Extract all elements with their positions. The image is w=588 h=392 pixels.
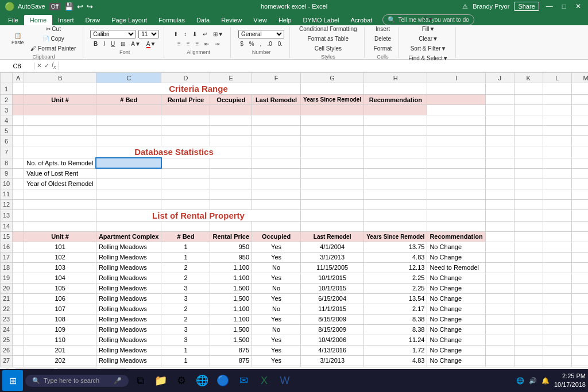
cell-a1[interactable] [13,83,24,95]
insert-cells-button[interactable]: Insert [373,25,392,33]
microphone-icon[interactable]: 🎤 [114,377,122,385]
cell-h1[interactable] [364,83,427,95]
cell-f2[interactable]: Last Remodel [252,95,301,105]
tab-acrobat[interactable]: Acrobat [345,15,378,25]
indent-increase-button[interactable]: ⇥ [212,40,222,48]
merge-button[interactable]: ⊞▼ [211,30,226,38]
table-format-button[interactable]: Format as Table [305,34,351,43]
tab-view[interactable]: View [247,15,273,25]
taskbar-edge[interactable]: 🌐 [193,371,211,390]
col-header-h[interactable]: H [364,73,427,83]
number-format-select[interactable]: General [238,30,284,38]
cancel-formula-icon[interactable]: ✕ [37,62,42,69]
cell-f3[interactable] [252,105,301,115]
taskbar-mail[interactable]: ✉ [234,371,253,390]
align-center-button[interactable]: ≡ [184,40,192,48]
cell-i15[interactable]: Recommendation [427,231,485,242]
underline-button[interactable]: U [109,40,117,48]
col-header-d[interactable]: D [161,73,210,83]
cell-b10[interactable]: Year of Oldest Remodel [24,178,96,189]
insert-function-icon[interactable]: fx [52,61,56,70]
col-header-a[interactable]: A [13,73,24,83]
bold-button[interactable]: B [91,40,100,48]
taskbar-word[interactable]: W [276,371,294,390]
autosum-button[interactable]: Σ▼ [421,15,435,24]
windows-start-button[interactable]: ⊞ [2,370,23,391]
cell-c15[interactable]: Apartment Complex [96,231,161,242]
align-middle-button[interactable]: ↕ [181,30,189,38]
share-button[interactable]: Share [514,2,539,11]
find-select-button[interactable]: Find & Select▼ [406,54,450,63]
format-cells-button[interactable]: Format [372,44,394,53]
cell-l1[interactable] [543,83,571,95]
cell-c3[interactable] [96,105,161,115]
cell-d15[interactable]: # Bed [161,231,210,242]
cell-b8[interactable]: No. of Apts. to Remodel [24,158,96,168]
col-header-k[interactable]: K [514,73,543,83]
taskbar-search[interactable]: 🔍 Type here to search 🎤 [25,375,129,387]
align-top-button[interactable]: ⬆ [171,30,180,38]
wrap-text-button[interactable]: ↵ [200,30,210,38]
col-header-e[interactable]: E [210,73,252,83]
copy-button[interactable]: 📄 Copy [28,34,78,43]
italic-button[interactable]: I [101,40,107,48]
cell-b2[interactable]: Unit # [24,95,96,105]
tab-data[interactable]: Data [191,15,215,25]
cell-e3[interactable] [210,105,252,115]
align-right-button[interactable]: ≡ [194,40,202,48]
cell-g2[interactable]: Years Since Remodel [301,95,364,105]
cell-d2[interactable]: Rental Price [161,95,210,105]
decimal-inc-button[interactable]: .0 [265,40,274,48]
cell-a3[interactable] [13,105,24,115]
cell-j2[interactable] [485,95,514,105]
cell-m2[interactable] [571,95,588,105]
tab-draw[interactable]: Draw [80,15,106,25]
sort-filter-button[interactable]: Sort & Filter▼ [408,44,449,53]
font-size-select[interactable]: 11 [138,30,159,38]
col-header-i[interactable]: I [427,73,485,83]
cell-c8[interactable] [96,158,161,168]
user-name[interactable]: Brandy Pryor [473,3,509,10]
cut-button[interactable]: ✂ Cut [28,25,78,33]
cell-l2[interactable] [543,95,571,105]
tab-dymo[interactable]: DYMO Label [297,15,345,25]
cell-f15[interactable]: Occupied [252,231,301,242]
formula-input[interactable] [59,63,588,69]
cell-c1[interactable]: Criteria Range [96,83,300,95]
indent-decrease-button[interactable]: ⇤ [202,40,211,48]
font-family-select[interactable]: Calibri [90,30,136,38]
taskbar-chrome[interactable]: 🔵 [214,371,232,390]
cell-g3[interactable] [301,105,364,115]
cell-g15[interactable]: Last Remodel [301,231,364,242]
save-icon[interactable]: 💾 [64,2,74,11]
conditional-format-button[interactable]: Conditional Formatting [297,25,359,33]
align-bottom-button[interactable]: ⬇ [190,30,199,38]
cell-g1[interactable] [301,83,364,95]
taskbar-notification-icon[interactable]: 🔔 [541,377,550,385]
fill-color-button[interactable]: A▼ [129,40,143,48]
taskbar-taskview[interactable]: ⧉ [131,371,149,390]
cell-k2[interactable] [514,95,543,105]
col-header-l[interactable]: L [543,73,571,83]
cell-b15[interactable]: Unit # [24,231,96,242]
cell-b9[interactable]: Value of Lost Rent [24,168,96,178]
cell-j3[interactable] [485,105,514,115]
cell-m1[interactable] [571,83,588,95]
cell-k1[interactable] [514,83,543,95]
tab-insert[interactable]: Insert [52,15,80,25]
maximize-button[interactable]: □ [560,2,568,10]
tab-page-layout[interactable]: Page Layout [106,15,153,25]
tab-review[interactable]: Review [215,15,247,25]
align-left-button[interactable]: ≡ [175,40,183,48]
cell-d3[interactable] [161,105,210,115]
taskbar-network-icon[interactable]: 🌐 [516,377,524,385]
cell-e15[interactable]: Rental Price [210,231,252,242]
taskbar-file-explorer[interactable]: 📁 [152,371,170,390]
percent-button[interactable]: % [247,40,257,48]
cell-b3[interactable] [24,105,96,115]
fill-button[interactable]: Fill▼ [420,25,438,33]
taskbar-sound-icon[interactable]: 🔊 [529,377,537,385]
border-button[interactable]: ⊞ [118,40,127,48]
font-color-button[interactable]: A▼ [144,40,158,48]
delete-cells-button[interactable]: Delete [372,34,393,43]
